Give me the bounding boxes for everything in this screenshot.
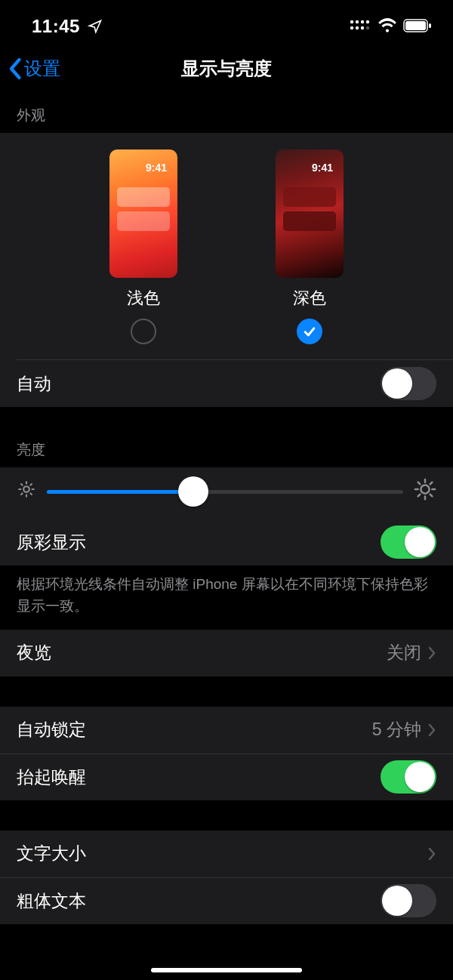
night-shift-value: 关闭 [387, 641, 421, 664]
wifi-icon [378, 16, 397, 37]
auto-label: 自动 [17, 372, 51, 396]
status-bar: 11:45 [0, 0, 453, 42]
svg-line-16 [21, 484, 23, 485]
appearance-option-light[interactable]: 9:41 浅色 [109, 149, 177, 344]
svg-point-4 [350, 26, 353, 29]
status-icons [349, 16, 432, 37]
section-header-appearance: 外观 [0, 95, 453, 133]
chevron-icon [427, 646, 436, 661]
chevron-icon [427, 846, 436, 861]
battery-icon [403, 16, 432, 37]
brightness-slider[interactable] [47, 476, 403, 507]
raise-to-wake-toggle[interactable] [381, 760, 436, 794]
svg-line-27 [418, 495, 421, 497]
light-label: 浅色 [127, 287, 160, 310]
dark-radio[interactable] [297, 319, 322, 344]
svg-point-20 [421, 485, 429, 493]
bold-text-row: 粗体文本 [0, 877, 453, 924]
back-button[interactable]: 设置 [0, 57, 60, 81]
raise-to-wake-row: 抬起唤醒 [0, 753, 453, 800]
svg-rect-9 [405, 21, 426, 30]
brightness-high-icon [414, 478, 436, 505]
true-tone-row: 原彩显示 [0, 519, 453, 566]
svg-line-17 [30, 493, 32, 495]
brightness-knob[interactable] [178, 476, 208, 507]
svg-point-7 [366, 26, 369, 29]
svg-line-26 [430, 495, 433, 497]
brightness-slider-row [0, 467, 453, 519]
svg-point-0 [350, 20, 353, 23]
true-tone-toggle[interactable] [381, 525, 436, 559]
section-header-brightness: 亮度 [0, 437, 453, 467]
night-shift-row[interactable]: 夜览 关闭 [0, 630, 453, 676]
cellular-icon [349, 16, 371, 37]
chevron-icon [427, 723, 436, 738]
appearance-picker: 9:41 浅色 9:41 深色 自动 [0, 133, 453, 407]
raise-to-wake-label: 抬起唤醒 [17, 766, 86, 789]
true-tone-label: 原彩显示 [17, 531, 86, 554]
svg-point-1 [356, 20, 359, 23]
brightness-fill [47, 490, 193, 494]
svg-line-19 [30, 484, 32, 485]
night-shift-label: 夜览 [17, 641, 51, 664]
svg-line-18 [21, 493, 23, 495]
location-icon [88, 19, 103, 34]
auto-lock-label: 自动锁定 [17, 718, 86, 741]
dark-label: 深色 [293, 287, 326, 310]
true-tone-footer: 根据环境光线条件自动调整 iPhone 屏幕以在不同环境下保持色彩显示一致。 [0, 566, 453, 630]
light-thumbnail: 9:41 [109, 149, 177, 278]
auto-lock-row[interactable]: 自动锁定 5 分钟 [0, 707, 453, 753]
dark-thumbnail: 9:41 [276, 149, 344, 278]
auto-appearance-row: 自动 [0, 360, 453, 407]
svg-point-2 [361, 20, 364, 23]
auto-appearance-toggle[interactable] [381, 367, 436, 400]
brightness-low-icon [17, 479, 36, 504]
nav-bar: 设置 显示与亮度 [0, 42, 453, 95]
back-label: 设置 [24, 57, 60, 81]
auto-lock-value: 5 分钟 [372, 718, 421, 741]
svg-line-25 [418, 482, 421, 485]
bold-text-label: 粗体文本 [17, 889, 86, 913]
svg-point-11 [23, 486, 29, 492]
svg-point-6 [361, 26, 364, 29]
home-indicator[interactable] [151, 968, 302, 972]
appearance-option-dark[interactable]: 9:41 深色 [276, 149, 344, 344]
svg-line-28 [430, 482, 433, 485]
text-size-label: 文字大小 [17, 842, 86, 865]
text-size-row[interactable]: 文字大小 [0, 831, 453, 877]
page-title: 显示与亮度 [0, 57, 453, 81]
bold-text-toggle[interactable] [381, 884, 436, 917]
light-radio[interactable] [131, 319, 156, 344]
status-time: 11:45 [32, 16, 80, 37]
svg-rect-10 [429, 23, 431, 28]
svg-point-3 [366, 20, 369, 23]
svg-point-5 [356, 26, 359, 29]
